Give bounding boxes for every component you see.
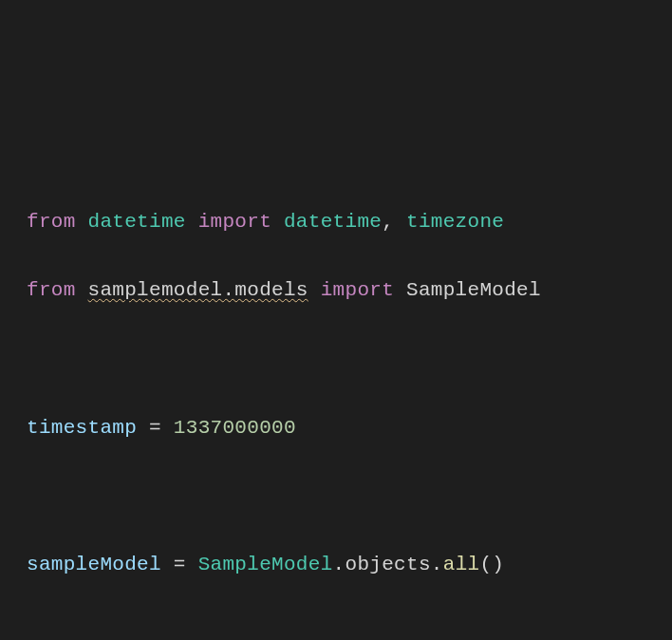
prop-objects: objects xyxy=(345,554,431,575)
operator-assign: = xyxy=(137,417,174,439)
import-samplemodel: SampleModel xyxy=(406,279,541,301)
code-line-1: from datetime import datetime, timezone xyxy=(27,205,672,239)
dot: . xyxy=(431,554,443,575)
code-line-2: from samplemodel.models import SampleMod… xyxy=(27,273,672,308)
code-editor[interactable]: from datetime import datetime, timezone … xyxy=(0,0,672,640)
number-literal: 1337000000 xyxy=(174,417,296,439)
blank-line xyxy=(27,480,672,514)
comma: , xyxy=(382,211,394,233)
method-all: all xyxy=(443,554,480,575)
blank-line xyxy=(27,616,672,640)
module-datetime: datetime xyxy=(88,211,186,233)
code-line-4: sampleModel = SampleModel.objects.all() xyxy=(27,548,672,582)
import-datetime: datetime xyxy=(284,211,382,233)
parens: () xyxy=(479,554,504,575)
keyword-import: import xyxy=(321,279,394,301)
import-timezone: timezone xyxy=(406,211,504,233)
blank-line xyxy=(27,343,672,377)
keyword-from: from xyxy=(27,211,76,233)
code-line-3: timestamp = 1337000000 xyxy=(27,411,672,445)
var-timestamp: timestamp xyxy=(27,417,137,439)
module-samplemodel-warning: samplemodel.models xyxy=(88,279,308,301)
keyword-import: import xyxy=(198,211,271,233)
var-samplemodel: sampleModel xyxy=(27,554,161,575)
keyword-from: from xyxy=(27,279,76,301)
operator-assign: = xyxy=(161,554,198,575)
dot: . xyxy=(333,554,345,575)
class-samplemodel: SampleModel xyxy=(198,554,333,575)
